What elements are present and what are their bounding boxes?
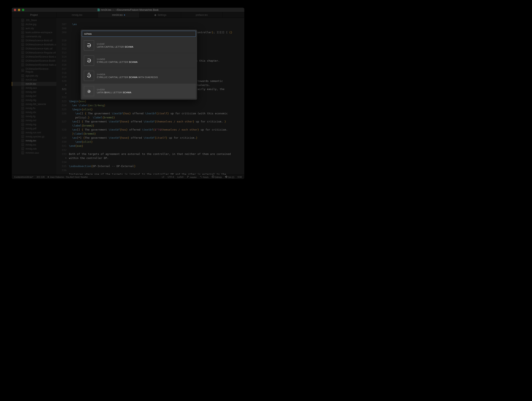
code-point: U+04D8: [97, 58, 138, 60]
unicode-search-popup: ƏU+018FLATIN CAPITAL LETTER SCHWAӘU+04D8…: [81, 30, 197, 100]
unicode-name: CYRILLIC CAPITAL LETTER SCHWA WITH DIAER…: [97, 76, 158, 78]
glyph-preview: Ӛ: [84, 71, 94, 81]
unicode-name: LATIN SMALL LETTER SCHWA: [97, 91, 131, 94]
code-point: U+04DA: [97, 73, 158, 76]
unicode-result-item[interactable]: əU+0259LATIN SMALL LETTER SCHWA: [82, 83, 196, 99]
unicode-result-item[interactable]: ƏU+018FLATIN CAPITAL LETTER SCHWA: [82, 38, 196, 53]
code-point: U+0259: [97, 89, 131, 91]
unicode-name: LATIN CAPITAL LETTER SCHWA: [97, 46, 133, 48]
glyph-preview: ə: [84, 86, 94, 96]
editor-window: mm34.tex — ~/Documents/Feature Mismatche…: [12, 8, 244, 179]
glyph-preview: Ә: [84, 56, 94, 66]
unicode-result-item[interactable]: ӚU+04DACYRILLIC CAPITAL LETTER SCHWA WIT…: [82, 68, 196, 83]
glyph-preview: Ə: [84, 40, 94, 51]
unicode-search-input[interactable]: [82, 31, 196, 37]
code-point: U+018F: [97, 43, 133, 45]
unicode-name: CYRILLIC CAPITAL LETTER SCHWA: [97, 61, 138, 63]
unicode-results-list: ƏU+018FLATIN CAPITAL LETTER SCHWAӘU+04D8…: [82, 38, 196, 99]
unicode-result-item[interactable]: ӘU+04D8CYRILLIC CAPITAL LETTER SCHWA: [82, 53, 196, 68]
